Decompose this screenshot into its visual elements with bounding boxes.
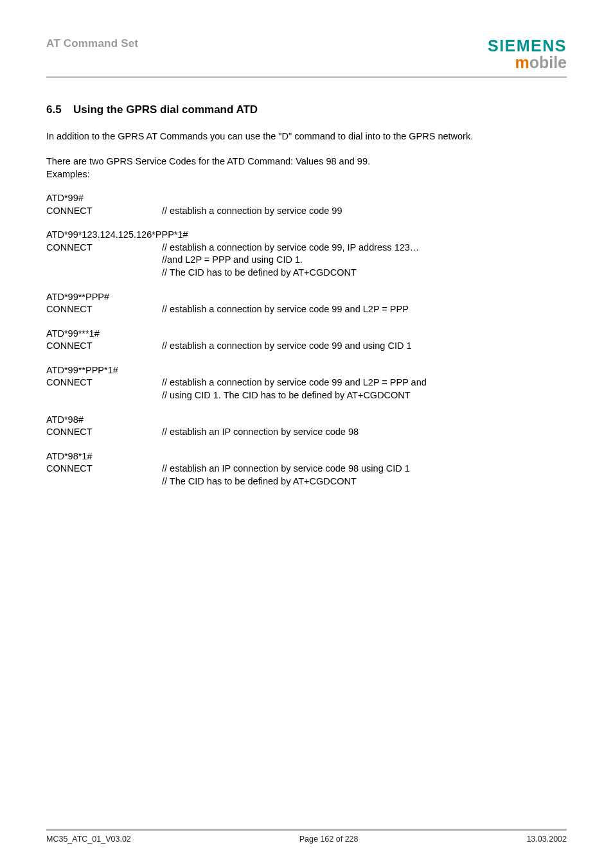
example-command: ATD*98# xyxy=(46,414,162,427)
example-group: ATD*99**PPP*1# CONNECT // establish a co… xyxy=(46,364,567,402)
example-group: ATD*99*123.124.125.126*PPP*1# CONNECT //… xyxy=(46,229,567,279)
example-command: ATD*99***1# xyxy=(46,328,162,341)
example-command: ATD*99*123.124.125.126*PPP*1# xyxy=(46,229,188,242)
example-group: ATD*99# CONNECT // establish a connectio… xyxy=(46,192,567,217)
example-response: CONNECT xyxy=(46,376,162,389)
example-comment: // The CID has to be defined by AT+CGDCO… xyxy=(162,475,567,488)
example-comment: // establish an IP connection by service… xyxy=(162,463,567,475)
page-footer: MC35_ATC_01_V03.02 Page 162 of 228 13.03… xyxy=(46,829,567,844)
footer-divider xyxy=(46,829,567,831)
intro-paragraph: In addition to the GPRS AT Commands you … xyxy=(46,130,567,143)
example-command: ATD*99**PPP*1# xyxy=(46,364,162,377)
header-divider xyxy=(46,76,567,78)
example-comment: // establish a connection by service cod… xyxy=(162,303,567,316)
example-command: ATD*98*1# xyxy=(46,450,162,463)
note-line: There are two GPRS Service Codes for the… xyxy=(46,155,370,168)
logo-m-letter: m xyxy=(515,53,529,71)
example-response: CONNECT xyxy=(46,303,162,316)
example-comment: // establish a connection by service cod… xyxy=(162,205,567,218)
example-comment: // The CID has to be defined by AT+CGDCO… xyxy=(162,267,567,279)
brand-logo: SIEMENS mobile xyxy=(488,37,567,71)
example-comment: // using CID 1. The CID has to be define… xyxy=(162,389,567,402)
example-response xyxy=(46,389,162,402)
page-header: AT Command Set SIEMENS mobile xyxy=(46,37,567,71)
example-group: ATD*99***1# CONNECT // establish a conne… xyxy=(46,328,567,353)
footer-right: 13.03.2002 xyxy=(526,835,567,844)
example-response: CONNECT xyxy=(46,426,162,439)
header-title: AT Command Set xyxy=(46,37,138,50)
example-group: ATD*98*1# CONNECT // establish an IP con… xyxy=(46,450,567,488)
footer-left: MC35_ATC_01_V03.02 xyxy=(46,835,131,844)
logo-siemens: SIEMENS xyxy=(488,37,567,54)
logo-obile: obile xyxy=(529,53,567,71)
examples-label: Examples: xyxy=(46,168,90,181)
example-comment: //and L2P = PPP and using CID 1. xyxy=(162,254,567,267)
example-response: CONNECT xyxy=(46,463,162,475)
example-response xyxy=(46,267,162,279)
example-group: ATD*98# CONNECT // establish an IP conne… xyxy=(46,414,567,439)
example-comment: // establish a connection by service cod… xyxy=(162,376,567,389)
section-number: 6.5 xyxy=(46,103,73,116)
example-comment: // establish a connection by service cod… xyxy=(162,340,567,353)
example-response: CONNECT xyxy=(46,205,162,218)
section-heading: 6.5Using the GPRS dial command ATD xyxy=(46,103,567,116)
example-comment: // establish an IP connection by service… xyxy=(162,426,567,439)
footer-center: Page 162 of 228 xyxy=(299,835,359,844)
note-block: There are two GPRS Service Codes for the… xyxy=(46,155,567,181)
example-comment: // establish a connection by service cod… xyxy=(162,242,567,254)
example-response: CONNECT xyxy=(46,242,162,254)
logo-mobile: mobile xyxy=(488,54,567,71)
example-response xyxy=(46,254,162,267)
example-command: ATD*99**PPP# xyxy=(46,291,162,304)
example-response: CONNECT xyxy=(46,340,162,353)
example-response xyxy=(46,475,162,488)
section-title-text: Using the GPRS dial command ATD xyxy=(73,103,258,116)
example-group: ATD*99**PPP# CONNECT // establish a conn… xyxy=(46,291,567,316)
example-command: ATD*99# xyxy=(46,192,162,205)
